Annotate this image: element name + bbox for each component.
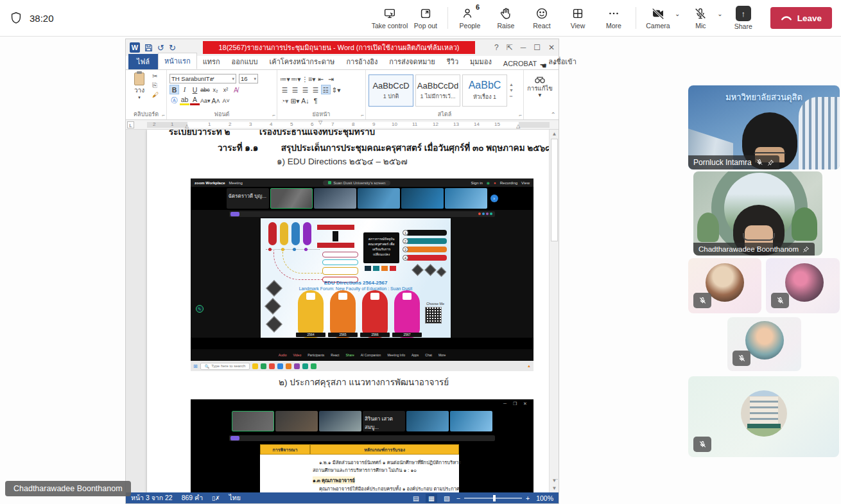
text-effects-button[interactable]: Ⓐ — [169, 96, 179, 105]
underline-button[interactable]: U — [190, 85, 200, 94]
zoom-percent[interactable]: 100% — [536, 494, 553, 502]
tab-mailings[interactable]: การส่งจดหมาย — [383, 54, 441, 69]
shrink-font-button[interactable]: A˅ — [221, 96, 231, 105]
mic-button[interactable]: Mic — [682, 1, 718, 35]
leave-button[interactable]: Leave — [770, 7, 832, 29]
tab-view[interactable]: มุมมอง — [464, 54, 498, 69]
minimize-icon[interactable]: ─ — [521, 43, 526, 52]
page-indicator[interactable]: หน้า 3 จาก 22 — [131, 492, 173, 503]
font-dialog-launcher-icon[interactable]: ⌐ — [272, 112, 275, 118]
participant-tile-small-2[interactable] — [766, 258, 840, 313]
horizontal-ruler[interactable]: L 2 1 1 2 3 4 5 6 7 8 9 10 11 12 13 14 1… — [126, 120, 559, 130]
scrollbar-thumb[interactable] — [551, 139, 558, 241]
increase-indent-button[interactable]: ⇥ — [326, 74, 336, 83]
superscript-button[interactable]: x² — [221, 85, 230, 94]
tab-home[interactable]: หน้าแรก — [158, 53, 197, 69]
tab-design[interactable]: ออกแบบ — [226, 54, 264, 69]
multilevel-list-button[interactable]: ⋮≡▾ — [302, 74, 316, 83]
italic-button[interactable]: I — [180, 85, 189, 94]
tab-acrobat[interactable]: ACROBAT — [498, 58, 542, 69]
help-icon[interactable]: ? — [494, 43, 499, 52]
font-size-box[interactable]: 16▾ — [239, 74, 258, 83]
undo-icon[interactable]: ↺ — [157, 43, 164, 53]
language-indicator[interactable]: ไทย — [229, 492, 241, 503]
font-name-box[interactable]: TH SarabunIT๙▾ — [169, 74, 236, 83]
distributed-button[interactable]: ☷ — [321, 85, 331, 94]
copy-button[interactable]: ⎘ — [152, 82, 159, 89]
change-case-button[interactable]: Aa▾ — [200, 96, 211, 105]
save-icon[interactable] — [144, 44, 153, 52]
right-indent-marker[interactable]: △ — [516, 123, 520, 129]
decrease-indent-button[interactable]: ⇤ — [316, 74, 325, 83]
close-icon[interactable]: ✕ — [548, 43, 555, 52]
mic-options-chevron-icon[interactable]: ⌄ — [717, 10, 722, 17]
paragraph-dialog-launcher-icon[interactable]: ⌐ — [361, 112, 364, 118]
participant-tile-small-1[interactable] — [688, 258, 761, 313]
collapse-ribbon-icon[interactable]: ⌃ — [551, 111, 556, 118]
scroll-up-icon[interactable]: ▲ — [550, 131, 559, 137]
styles-scroll-up-icon[interactable]: ▲ — [509, 82, 514, 87]
zoom-slider[interactable]: − + — [456, 494, 530, 502]
show-paragraph-marks-button[interactable]: ¶ — [311, 96, 320, 105]
embedded-image-zoom-meeting-2[interactable]: ─ ❐ ✕ สิรินดา เสวตสมบู... — [191, 399, 533, 492]
camera-button[interactable]: Camera — [640, 1, 676, 35]
more-button[interactable]: More — [596, 1, 632, 35]
styles-scroll-down-icon[interactable]: ▼ — [509, 88, 514, 92]
zoom-slider-thumb[interactable] — [493, 495, 496, 501]
tab-references[interactable]: การอ้างอิง — [340, 54, 383, 69]
shading-button[interactable]: ◔▾ — [280, 96, 290, 105]
proofing-icon[interactable]: ▯✗ — [212, 495, 220, 501]
sign-in-link[interactable]: ลงชื่อเข้า — [542, 54, 582, 69]
styles-gallery-expand-icon[interactable]: ≂ — [509, 94, 514, 99]
tab-file[interactable]: ไฟล์ — [128, 54, 158, 69]
previous-page-icon[interactable]: ▼̄ — [550, 478, 559, 483]
document-scrollbar[interactable]: ▲ ▼̄ ▼ — [549, 130, 559, 492]
tab-insert[interactable]: แทรก — [197, 54, 226, 69]
view-button[interactable]: View — [560, 1, 596, 35]
tab-selector[interactable]: L — [127, 121, 134, 128]
bullets-button[interactable]: ≔▾ — [280, 74, 290, 83]
web-layout-icon[interactable]: ▧ — [444, 494, 450, 502]
participant-tile-small-3[interactable] — [727, 317, 801, 371]
numbering-button[interactable]: ≕▾ — [291, 74, 301, 83]
print-layout-icon[interactable]: ▦ — [426, 494, 437, 503]
tab-review[interactable]: รีวิว — [441, 54, 464, 69]
document-page[interactable]: ระเบียบวาระที่ ๒ เรื่องประธานแจ้งที่ประช… — [147, 130, 550, 492]
styles-dialog-launcher-icon[interactable]: ⌐ — [519, 112, 522, 118]
grow-font-button[interactable]: A˄ — [211, 96, 221, 105]
people-button[interactable]: 6 People — [452, 1, 488, 35]
strikethrough-button[interactable]: abc — [200, 85, 210, 94]
ribbon-display-icon[interactable]: ⇱ — [507, 43, 513, 52]
sort-button[interactable]: A↓ — [300, 96, 310, 105]
bold-button[interactable]: B — [169, 85, 179, 94]
maximize-icon[interactable]: ☐ — [533, 43, 541, 52]
pop-out-button[interactable]: Pop out — [408, 1, 444, 35]
participant-tile-chadtharawadee[interactable]: Chadtharawadee Boonthanom — [693, 171, 822, 256]
style-no-spacing[interactable]: AaBbCcDd 1 ไม่มีการเว้... — [415, 74, 460, 107]
justify-button[interactable]: ☰ — [311, 85, 320, 94]
embedded-image-zoom-meeting-1[interactable]: zoom Workplace Meeting Suan Dusit Univer… — [191, 178, 533, 371]
zoom-in-icon[interactable]: + — [526, 494, 530, 502]
paste-button[interactable]: วาง▾ — [128, 73, 150, 100]
raise-hand-button[interactable]: Raise — [488, 1, 524, 35]
zoom-out-icon[interactable]: − — [456, 494, 460, 502]
align-center-button[interactable]: ☰ — [290, 85, 300, 94]
tab-overflow-arrow-icon[interactable]: ▸ — [553, 60, 557, 66]
participant-tile-building[interactable] — [688, 376, 839, 457]
font-color-button[interactable]: A — [190, 96, 200, 105]
hanging-indent-marker[interactable]: △ — [185, 123, 189, 129]
tab-page-layout[interactable]: เค้าโครงหน้ากระดาษ — [264, 54, 341, 69]
subscript-button[interactable]: x₂ — [211, 85, 220, 94]
camera-options-chevron-icon[interactable]: ⌄ — [675, 10, 680, 17]
borders-button[interactable]: ⊞▾ — [290, 96, 300, 105]
clear-formatting-button[interactable]: A̸ — [231, 85, 241, 94]
word-count[interactable]: 869 คำ — [182, 492, 203, 503]
line-spacing-button[interactable]: ⇕▾ — [331, 85, 341, 94]
format-painter-button[interactable]: 🖌 — [152, 91, 159, 98]
share-button[interactable]: ↑ Share — [725, 1, 761, 35]
cut-button[interactable]: ✂ — [152, 73, 159, 80]
first-line-indent-marker[interactable]: ▽ — [318, 120, 322, 125]
read-mode-icon[interactable]: ▤ — [413, 494, 419, 502]
take-control-button[interactable]: Take control — [372, 1, 408, 35]
participant-tile-pornluck[interactable]: มหาวิทยาลัยสวนดุสิต Pornluck Intamra — [688, 85, 840, 169]
